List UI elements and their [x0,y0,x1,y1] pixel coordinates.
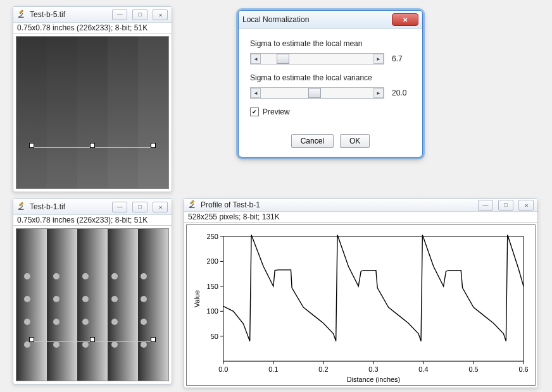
sample-dot [82,319,89,325]
svg-text:250: 250 [207,233,218,240]
maximize-button[interactable]: □ [132,202,147,212]
sample-dot [82,296,89,302]
maximize-button[interactable]: □ [498,200,513,211]
image-window-testb5: Test-b-5.tif — □ ⨉ 0.75x0.78 inches (226… [13,6,172,192]
mean-sigma-value: 6.7 [392,54,411,63]
cancel-button[interactable]: Cancel [291,134,334,148]
line-selection[interactable] [29,147,156,148]
line-selection[interactable] [29,341,156,342]
svg-rect-3 [223,236,524,361]
handle-mid[interactable] [90,337,95,342]
svg-text:100: 100 [207,307,218,315]
minimize-button[interactable]: — [478,200,493,211]
image-canvas[interactable] [16,228,169,381]
var-sigma-label: Sigma to estimate the local variance [250,73,411,82]
sample-dot [141,296,147,302]
window-titlebar[interactable]: Profile of Test-b-1 — □ ⨉ [184,199,537,212]
image-info: 0.75x0.78 inches (226x233); 8-bit; 51K [13,215,172,226]
profile-plot-window: Profile of Test-b-1 — □ ⨉ 528x255 pixels… [184,199,538,388]
sample-dot [141,319,147,325]
profile-chart[interactable]: 501001502002500.00.10.20.30.40.50.6Dista… [186,224,536,386]
maximize-button[interactable]: □ [132,9,147,20]
sample-dot [53,296,60,302]
svg-text:0.6: 0.6 [518,365,528,373]
dialog-title: Local Normalization [242,15,309,24]
svg-text:0.1: 0.1 [268,365,278,373]
window-title: Test-b-1.tif [30,202,65,211]
slider-arrow-right[interactable]: ► [373,88,384,98]
sample-dot [111,273,118,279]
mean-sigma-label: Sigma to estimate the local mean [250,39,411,48]
slider-arrow-left[interactable]: ◄ [251,54,261,64]
dialog-close-button[interactable]: ✕ [392,13,418,26]
window-titlebar[interactable]: Test-b-5.tif — □ ⨉ [13,7,172,23]
sample-dot [24,341,30,348]
microscope-icon [17,202,26,212]
sample-dot [53,273,60,279]
sample-dot [141,341,147,348]
image-info: 0.75x0.78 inches (226x233); 8-bit; 51K [13,23,172,34]
svg-text:0.0: 0.0 [218,365,228,373]
dialog-titlebar[interactable]: Local Normalization ✕ [239,11,422,29]
var-sigma-value: 20.0 [392,89,411,97]
image-canvas[interactable] [16,36,169,189]
slider-thumb[interactable] [308,88,321,98]
sample-dot [82,273,89,279]
microscope-icon [17,9,26,20]
sample-dot [24,296,30,302]
svg-text:Value: Value [193,290,201,307]
handle-end[interactable] [151,143,156,148]
sample-dot [111,341,118,348]
handle-start[interactable] [29,337,34,342]
close-button[interactable]: ⨉ [518,200,534,211]
sample-dot [53,319,60,325]
svg-text:50: 50 [211,333,218,340]
window-title: Test-b-5.tif [30,10,65,19]
svg-text:0.4: 0.4 [418,365,428,373]
local-normalization-dialog: Local Normalization ✕ Sigma to estimate … [238,10,423,157]
minimize-button[interactable]: — [112,202,127,212]
slider-arrow-left[interactable]: ◄ [251,88,261,98]
svg-text:0.2: 0.2 [318,365,328,373]
handle-end[interactable] [151,337,156,342]
minimize-button[interactable]: — [112,9,127,20]
microscope-icon [188,200,197,211]
slider-thumb[interactable] [277,54,289,64]
svg-text:Distance (inches): Distance (inches) [347,376,401,383]
window-title: Profile of Test-b-1 [201,200,260,209]
window-titlebar[interactable]: Test-b-1.tif — □ ⨉ [13,199,172,215]
slider-arrow-right[interactable]: ► [373,54,384,64]
var-sigma-slider[interactable]: ◄ ► [250,87,384,99]
handle-mid[interactable] [90,143,95,148]
image-info: 528x255 pixels; 8-bit; 131K [184,212,537,223]
sample-dot [111,319,118,325]
sample-dot [53,341,60,348]
mean-sigma-slider[interactable]: ◄ ► [250,53,384,64]
preview-checkbox[interactable]: ✔ [250,107,259,116]
sample-dot [24,319,30,325]
sample-dot [141,273,147,279]
sample-dot [111,296,118,302]
svg-text:0.5: 0.5 [468,365,478,373]
close-button[interactable]: ⨉ [153,9,168,20]
svg-text:200: 200 [207,257,218,265]
preview-label: Preview [263,107,290,116]
sample-dot [24,273,30,279]
close-button[interactable]: ⨉ [153,202,168,212]
svg-text:0.3: 0.3 [368,365,378,373]
svg-text:150: 150 [207,283,218,290]
image-window-testb1: Test-b-1.tif — □ ⨉ 0.75x0.78 inches (226… [13,199,172,384]
ok-button[interactable]: OK [340,134,370,148]
sample-dot [82,341,89,348]
handle-start[interactable] [29,143,34,148]
